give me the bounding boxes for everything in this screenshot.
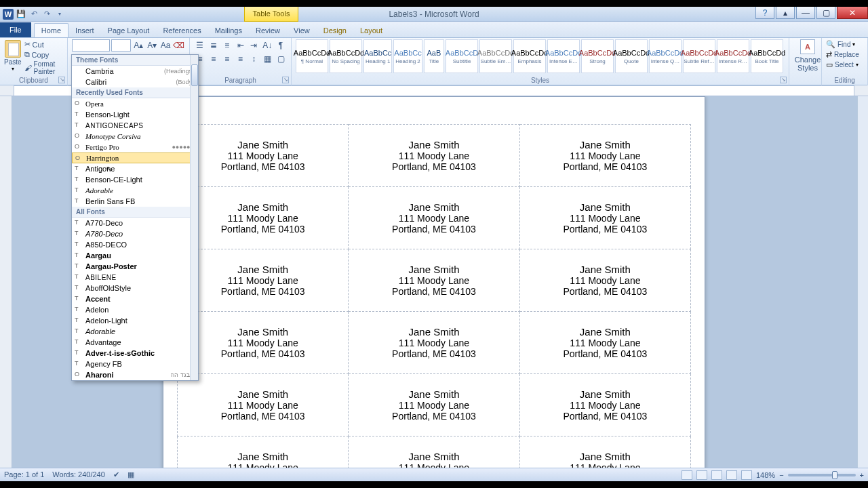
label-cell[interactable]: Jane Smith111 Moody LanePortland, ME 041… [349, 187, 519, 249]
font-item-aboffoldstyle[interactable]: TAboffOldStyle [72, 283, 198, 293]
font-item-antigone[interactable]: TAntigone↖ [72, 163, 198, 174]
zoom-out-button[interactable]: − [779, 471, 783, 479]
save-icon[interactable]: 💾 [16, 9, 26, 20]
font-item-abilene[interactable]: TABILENE [72, 272, 198, 283]
decrease-indent-button[interactable]: ⇤ [235, 39, 247, 52]
label-cell[interactable]: Jane Smith111 Moody LanePortland, ME 041… [178, 374, 349, 436]
tab-file[interactable]: File [0, 22, 31, 37]
clipboard-dialog-launcher[interactable]: ↘ [58, 77, 65, 83]
font-item-a850-deco[interactable]: TA850-DECO [72, 239, 198, 250]
label-cell[interactable]: Jane Smith111 Moody LanePortland, ME 041… [178, 125, 349, 187]
label-cell[interactable]: Jane Smith111 Moody LanePortland, ME 041… [178, 187, 349, 249]
tab-layout[interactable]: Layout [353, 24, 389, 37]
style-subtle-ref-[interactable]: AaBbCcDdSubtle Ref… [683, 39, 715, 73]
label-cell[interactable]: Jane Smith111 Moody LanePortland, ME 041… [349, 374, 519, 436]
borders-button[interactable]: ▢ [275, 53, 287, 65]
vertical-scrollbar[interactable] [857, 96, 868, 468]
font-item-adorable[interactable]: TAdorable [72, 185, 198, 196]
label-cell[interactable]: Jane Smith111 Moody LanePortland, ME 041… [349, 249, 519, 312]
spellcheck-icon[interactable]: ✔ [113, 470, 119, 479]
shrink-font-button[interactable]: A▾ [146, 39, 158, 52]
style-no-spacing[interactable]: AaBbCcDdNo Spacing [330, 39, 362, 73]
font-item-adorable[interactable]: TAdorable [72, 326, 198, 337]
font-item-fertigo-pro[interactable]: OFertigo Pro●●●●●● [72, 142, 198, 152]
help-icon[interactable]: ? [755, 7, 774, 19]
font-dropdown-panel[interactable]: Theme Fonts Cambria(Headings)Calibri(Bod… [71, 54, 199, 381]
close-button[interactable]: ✕ [837, 7, 868, 19]
increase-indent-button[interactable]: ⇥ [248, 39, 260, 52]
web-layout-view[interactable] [711, 470, 722, 480]
label-cell[interactable]: Jane Smith111 Moody LanePortland, ME 041… [349, 125, 519, 187]
style-intense-e-[interactable]: AaBbCcDdIntense E… [547, 39, 580, 73]
show-marks-button[interactable]: ¶ [275, 39, 287, 52]
select-button[interactable]: ▭Select▾ [826, 60, 863, 70]
minimize-button[interactable]: — [796, 7, 815, 19]
qat-more-icon[interactable]: ▾ [54, 9, 65, 20]
style--normal[interactable]: AaBbCcDd¶ Normal [296, 39, 328, 73]
font-item-aharoni[interactable]: OAharoniאבגד הוז [72, 369, 198, 380]
tab-references[interactable]: References [156, 24, 208, 37]
zoom-in-button[interactable]: + [860, 471, 864, 479]
draft-view[interactable] [741, 470, 752, 480]
tab-design[interactable]: Design [317, 24, 353, 37]
tab-mailings[interactable]: Mailings [208, 24, 249, 37]
font-item-adelon[interactable]: TAdelon [72, 304, 198, 315]
label-cell[interactable]: Jane Smith111 Moody LanePortland, ME 041… [519, 312, 690, 374]
font-item-harrington[interactable]: OHarrington [72, 152, 198, 163]
sort-button[interactable]: A↓ [261, 39, 273, 52]
tab-review[interactable]: Review [249, 24, 287, 37]
zoom-slider[interactable] [788, 474, 856, 476]
macros-icon[interactable]: ▦ [127, 470, 134, 479]
styles-dialog-launcher[interactable]: ↘ [780, 77, 787, 83]
copy-button[interactable]: ⧉Copy [23, 49, 63, 60]
print-layout-view[interactable] [682, 470, 692, 480]
font-item-opera[interactable]: OOpera [72, 98, 198, 109]
find-button[interactable]: 🔍Find▾ [826, 39, 863, 49]
label-cell[interactable]: Jane Smith111 Moody LanePortland, ME 041… [519, 249, 690, 312]
style-heading-1[interactable]: AaBbCcHeading 1 [363, 39, 392, 73]
font-item-aargau[interactable]: TAargau [72, 250, 198, 261]
font-item-accent[interactable]: TAccent [72, 293, 198, 304]
font-item-monotype-corsiva[interactable]: OMonotype Corsiva [72, 131, 198, 142]
redo-icon[interactable]: ↷ [41, 9, 52, 20]
align-center-button[interactable]: ≡ [208, 53, 220, 65]
tab-page-layout[interactable]: Page Layout [101, 24, 157, 37]
shading-button[interactable]: ▦ [261, 53, 273, 65]
font-item-antigonecaps[interactable]: TANTIGONECAPS [72, 120, 198, 131]
label-cell[interactable]: Jane Smith111 Moody LanePortland, ME 041… [349, 436, 519, 468]
font-item-cambria[interactable]: Cambria(Headings) [72, 66, 198, 77]
style-subtle-em-[interactable]: AaBbCcDdSubtle Em… [479, 39, 512, 73]
font-size-input[interactable] [111, 39, 132, 52]
clear-formatting-button[interactable]: ⌫ [173, 39, 185, 52]
tab-home[interactable]: Home [34, 23, 68, 37]
font-dropdown-scrollbar[interactable] [190, 55, 198, 380]
line-spacing-button[interactable]: ↕ [248, 53, 260, 65]
label-cell[interactable]: Jane Smith111 Moody LanePortland, ME 041… [178, 312, 349, 374]
style-intense-q-[interactable]: AaBbCcDdIntense Q… [649, 39, 682, 73]
label-cell[interactable]: Jane Smith111 Moody LanePortland, ME 041… [519, 436, 690, 468]
label-cell[interactable]: Jane Smith111 Moody LanePortland, ME 041… [178, 249, 349, 312]
page-status[interactable]: Page: 1 of 1 [4, 470, 44, 479]
font-item-adelon-light[interactable]: TAdelon-Light [72, 315, 198, 326]
multilevel-button[interactable]: ≡ [221, 39, 233, 52]
tab-insert[interactable]: Insert [68, 24, 101, 37]
style-strong[interactable]: AaBbCcDdStrong [581, 39, 614, 73]
tab-view[interactable]: View [287, 24, 317, 37]
bullets-button[interactable]: ☰ [194, 39, 206, 52]
font-name-input[interactable] [72, 39, 110, 52]
outline-view[interactable] [726, 470, 737, 480]
style-heading-2[interactable]: AaBbCcHeading 2 [393, 39, 422, 73]
format-painter-button[interactable]: 🖌Format Painter [23, 60, 63, 76]
style-intense-r-[interactable]: AaBbCcDdIntense R… [717, 39, 749, 73]
fullscreen-view[interactable] [696, 470, 707, 480]
font-item-berlin-sans-fb[interactable]: TBerlin Sans FB [72, 196, 198, 207]
zoom-level[interactable]: 148% [756, 471, 775, 479]
cut-button[interactable]: ✂Cut [23, 39, 63, 49]
label-cell[interactable]: Jane Smith111 Moody LanePortland, ME 041… [519, 187, 690, 249]
words-status[interactable]: Words: 240/240 [52, 470, 104, 479]
font-item-agency-fb[interactable]: TAgency FB [72, 359, 198, 369]
replace-button[interactable]: ⇄Replace [826, 49, 863, 60]
style-quote[interactable]: AaBbCcDdQuote [615, 39, 648, 73]
paste-button[interactable]: Paste ▾ [4, 39, 22, 72]
paragraph-dialog-launcher[interactable]: ↘ [282, 77, 289, 83]
